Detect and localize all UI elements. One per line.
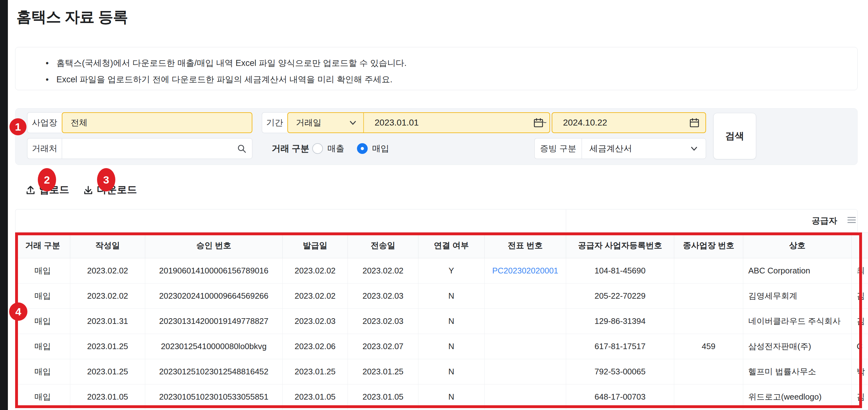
table-row[interactable]: 매입2023.01.052023010510230105330558512023… (16, 384, 868, 410)
cell-approval-no: 202301051023010533055851 (145, 384, 283, 410)
cell-sub-workplace-no (674, 384, 743, 410)
table-row[interactable]: 매입2023.02.022023020241000096645692662023… (16, 284, 868, 309)
cell-company-name: 헬프미 법률사무소 (743, 359, 851, 384)
notice-text: 홈택스(국세청)에서 다운로드한 매출/매입 내역 Excel 파일 양식으로만… (56, 55, 407, 71)
vendor-label: 거래처 (27, 138, 62, 159)
notice-text: Excel 파일을 업로드하기 전에 다운로드한 파일의 세금계산서 내역을 미… (56, 71, 393, 88)
date-to-value: 2024.10.22 (563, 118, 607, 128)
business-field: 사업장 전체 (27, 112, 252, 133)
cell-send-date: 2023.01.05 (348, 384, 418, 410)
notice-line: • 홈택스(국세청)에서 다운로드한 매출/매입 내역 Excel 파일 양식으… (46, 55, 857, 71)
cell-company-name: 네이버클라우드 주식회사 (743, 309, 851, 334)
business-input[interactable]: 전체 (62, 112, 252, 133)
cell-voucher-no (485, 384, 566, 410)
cell-approval-no: 20230125410000080lo0bkvg (145, 334, 283, 359)
column-header-issue-date: 발급일 (283, 233, 348, 258)
cell-write-date: 2023.01.31 (70, 309, 145, 334)
cell-link-status: Y (418, 258, 485, 284)
cell-issue-date: 2023.01.05 (283, 384, 348, 410)
column-header-supplier-biz-no: 공급자 사업자등록번호 (566, 233, 674, 258)
cell-company-name: 위드로고(weedlogo) (743, 384, 851, 410)
column-menu-icon[interactable] (847, 217, 856, 224)
period-type-select[interactable]: 거래일 (288, 113, 364, 133)
cell-send-date: 2023.01.25 (348, 359, 418, 384)
table-row[interactable]: 매입2023.02.022019060141000061567890162023… (16, 258, 868, 284)
cell-rep-name-partial: 박 (851, 359, 868, 384)
chevron-down-icon (690, 144, 698, 153)
cell-write-date: 2023.01.05 (70, 384, 145, 410)
cell-link-status: N (418, 309, 485, 334)
supplier-group-header: 공급자 (566, 209, 858, 232)
cell-issue-date: 2023.02.02 (283, 284, 348, 309)
search-filter-panel: 사업장 전체 기간 거래일 2023.01.01 ~ 2024.10.22 검색 (15, 108, 858, 165)
annotation-badge-3: 3 (97, 168, 115, 192)
period-controls: 거래일 2023.01.01 (287, 112, 550, 133)
notice-box: • 홈택스(국세청)에서 다운로드한 매출/매입 내역 Excel 파일 양식으… (15, 47, 858, 90)
cell-rep-name-partial: C (851, 334, 868, 359)
period-type-value: 거래일 (296, 117, 321, 128)
voucher-link[interactable]: PC202302020001 (492, 266, 558, 275)
cell-sub-workplace-no (674, 284, 743, 309)
cell-supplier-biz-no: 205-22-70229 (566, 284, 674, 309)
vendor-search-input[interactable] (62, 138, 252, 159)
bullet-icon: • (46, 71, 56, 88)
radio-purchase[interactable] (357, 143, 368, 154)
table-row[interactable]: 매입2023.01.252023012510230125488164522023… (16, 359, 868, 384)
upload-icon (25, 184, 36, 195)
cell-approval-no: 202301314200019149778827 (145, 309, 283, 334)
cell-trade-type: 매입 (16, 334, 70, 359)
invoice-table: 거래 구분작성일승인 번호발급일전송일연결 여부전표 번호공급자 사업자등록번호… (15, 232, 868, 410)
radio-sales-label[interactable]: 매출 (327, 143, 344, 154)
cell-sub-workplace-no: 459 (674, 334, 743, 359)
cell-send-date: 2023.02.02 (348, 258, 418, 284)
date-from-input[interactable]: 2023.01.01 (364, 113, 550, 133)
cell-rep-name-partial: 최 (851, 258, 868, 284)
supplier-group-label: 공급자 (812, 215, 837, 227)
table-body: 매입2023.02.022019060141000061567890162023… (16, 258, 868, 410)
column-header-trade-type: 거래 구분 (16, 233, 70, 258)
column-header-write-date: 작성일 (70, 233, 145, 258)
column-header-link-status: 연결 여부 (418, 233, 485, 258)
table-row[interactable]: 매입2023.01.312023013142000191497788272023… (16, 309, 868, 334)
table-row[interactable]: 매입2023.01.2520230125410000080lo0bkvg2023… (16, 334, 868, 359)
calendar-icon[interactable] (689, 117, 700, 128)
vendor-field: 거래처 (27, 138, 252, 159)
cell-link-status: N (418, 359, 485, 384)
cell-supplier-biz-no: 617-81-17517 (566, 334, 674, 359)
cell-link-status: N (418, 334, 485, 359)
period-field: 기간 거래일 2023.01.01 (262, 112, 550, 133)
table-group-header: 공급자 (15, 209, 868, 232)
search-button[interactable]: 검색 (713, 113, 756, 159)
cell-approval-no: 201906014100006156789016 (145, 258, 283, 284)
group-header-empty-cell (15, 209, 566, 232)
evidence-field: 증빙 구분 세금계산서 (534, 138, 706, 159)
date-to-input[interactable]: 2024.10.22 (552, 112, 706, 133)
cell-voucher-no[interactable]: PC202302020001 (485, 258, 566, 284)
radio-sales[interactable] (312, 143, 323, 154)
cell-approval-no: 202302024100009664569266 (145, 284, 283, 309)
column-header-approval-no: 승인 번호 (145, 233, 283, 258)
cell-rep-name-partial: 김 (851, 309, 868, 334)
column-header-sub-workplace-no: 종사업장 번호 (674, 233, 743, 258)
cell-approval-no: 202301251023012548816452 (145, 359, 283, 384)
evidence-select[interactable]: 세금계산서 (582, 138, 706, 159)
cell-issue-date: 2023.01.25 (283, 359, 348, 384)
cell-company-name: 김영세무회계 (743, 284, 851, 309)
column-header-rep-name-partial (851, 233, 868, 258)
cell-company-name: ABC Corporation (743, 258, 851, 284)
column-header-company-name: 상호 (743, 233, 851, 258)
date-from-value: 2023.01.01 (375, 118, 419, 128)
cell-supplier-biz-no: 648-17-00703 (566, 384, 674, 410)
radio-purchase-label[interactable]: 매입 (372, 143, 389, 154)
cell-supplier-biz-no: 104-81-45690 (566, 258, 674, 284)
cell-write-date: 2023.02.02 (70, 284, 145, 309)
hometax-data-registration-page: 홈택스 자료 등록 • 홈택스(국세청)에서 다운로드한 매출/매입 내역 Ex… (0, 0, 868, 410)
column-header-send-date: 전송일 (348, 233, 418, 258)
column-header-voucher-no: 전표 번호 (485, 233, 566, 258)
cell-send-date: 2023.02.07 (348, 334, 418, 359)
cell-send-date: 2023.02.03 (348, 309, 418, 334)
evidence-value: 세금계산서 (589, 143, 632, 154)
cell-sub-workplace-no (674, 309, 743, 334)
cell-sub-workplace-no (674, 258, 743, 284)
search-icon[interactable] (237, 144, 246, 153)
